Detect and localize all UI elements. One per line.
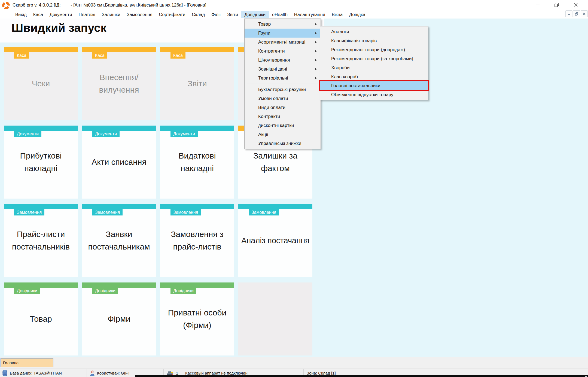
status-database: База даних: TASA3@TITAN (2, 369, 62, 377)
tab-home[interactable]: Головна (1, 358, 53, 367)
tile-category-badge: Каса (14, 52, 29, 59)
status-zone-label: Зона: Склад [1] (307, 371, 336, 375)
mdi-minimize-button[interactable] (565, 10, 572, 17)
submenu-item-dispensing-restrictions[interactable]: Обмеження відпустки товару (320, 90, 428, 99)
submenu-item-goods-classification[interactable]: Класифікація товарів (320, 36, 428, 45)
dropdown-item-external-data[interactable]: Зовнішні дані (245, 65, 321, 74)
tile-category-badge: Документи (170, 131, 198, 137)
menubar-item-settings[interactable]: Налаштування (291, 11, 328, 18)
app-logo-icon (2, 2, 10, 9)
dropdown-item-label: Контракти (258, 114, 280, 119)
menubar-item-documents[interactable]: Документи (46, 11, 75, 18)
menubar-item-reports[interactable]: Звіти (224, 11, 241, 18)
dropdown-item-label: Територіальні (258, 75, 288, 81)
tile-writeoff-acts[interactable]: Документи Акти списання (82, 126, 156, 199)
menubar-item-cash[interactable]: Каса (30, 11, 46, 18)
page-title: Швидкий запуск (11, 21, 106, 35)
dropdown-item-counterparties[interactable]: Контрагенти (245, 47, 321, 56)
window-title: Скарб pro v. 4.0.0.2 [ІД: - [Апт №003 см… (13, 2, 206, 8)
dropdown-item-pricing[interactable]: Ціноутворення (245, 56, 321, 65)
app-window: Скарб pro v. 4.0.0.2 [ІД: - [Апт №003 см… (0, 0, 588, 377)
submenu-item-diseases[interactable]: Хвороби (320, 63, 428, 72)
dropdown-item-contracts[interactable]: Контракти (245, 112, 321, 121)
menubar-item-help[interactable]: Довідка (346, 11, 368, 18)
tile-category-bar (4, 282, 78, 288)
dropdown-item-assortment-matrices[interactable]: Асортиментні матриці (245, 38, 321, 47)
dropdown-item-label: Ціноутворення (258, 57, 290, 63)
tile-orders-from-pricelists[interactable]: Замовлення Замовлення з прайс-листів (160, 204, 234, 277)
database-icon (2, 370, 8, 376)
window-restore-button[interactable] (550, 1, 563, 9)
menubar-item-ehealth[interactable]: eHealth (269, 11, 291, 18)
tile-label: Приватні особи (Фірми) (162, 306, 232, 332)
tile-checks[interactable]: Каса Чеки (4, 47, 78, 120)
groups-submenu: Аналоги Класифікація товарів Рекомендова… (320, 26, 428, 100)
submenu-item-recommended-by-disease[interactable]: Рекомендовані товари (за хворобами) (320, 54, 428, 63)
tile-supplier-pricelists[interactable]: Замовлення Прайс-листи постачальників (4, 204, 78, 277)
tile-income-invoices[interactable]: Документи Прибуткові накладні (4, 126, 78, 199)
menubar-item-directories[interactable]: Довідники (241, 11, 269, 18)
tile-supplier-requests[interactable]: Замовлення Заявки постачальникам (82, 204, 156, 277)
tile-label: Фірми (84, 313, 154, 325)
menubar-item-exit[interactable]: Вихід (12, 11, 30, 18)
menubar-item-windows[interactable]: Вікна (328, 11, 346, 18)
tile-category-badge: Документи (14, 131, 41, 137)
menu-bar: Вихід Каса Документи Платежі Залишки Зам… (0, 11, 588, 19)
tile-expense-invoices[interactable]: Документи Видаткові накладні (160, 126, 234, 199)
submenu-item-label: Рекомендовані товари (за хворобами) (331, 56, 413, 61)
menubar-item-certificates[interactable]: Сертифікати (156, 11, 188, 18)
submenu-item-label: Головні постачальники (331, 83, 380, 88)
tile-category-badge: Замовлення (92, 209, 123, 215)
tile-label: Акти списання (84, 156, 154, 168)
status-user-label: Користувач: GIFT (97, 371, 130, 375)
dropdown-item-accounting-accounts[interactable]: Бухгалтерські рахунки (245, 85, 321, 94)
submenu-item-analogs[interactable]: Аналоги (320, 27, 428, 36)
tile-label: Прибуткові накладні (6, 150, 76, 175)
dropdown-item-discount-cards[interactable]: дисконтні картки (245, 121, 321, 130)
window-minimize-button[interactable] (531, 1, 544, 9)
tile-label: Товар (6, 313, 76, 325)
submenu-item-recommended-upsell[interactable]: Рекомендовані товари (допродаж) (320, 45, 428, 54)
tile-cash-reports[interactable]: Каса Звіти (160, 47, 234, 120)
menubar-item-warehouse[interactable]: Склад (189, 11, 208, 18)
dropdown-item-goods[interactable]: Товар (245, 20, 321, 29)
tile-category-badge: Довідники (92, 288, 118, 294)
mdi-restore-button[interactable] (573, 10, 580, 17)
submenu-item-label: Класифікація товарів (331, 38, 377, 43)
tile-category-badge: Довідники (14, 288, 40, 294)
dropdown-item-payment-types[interactable]: Види оплати (245, 103, 321, 112)
tile-category-bar (4, 126, 78, 131)
submenu-item-disease-class[interactable]: Клас хвороб (320, 72, 428, 81)
menubar-item-stock[interactable]: Залишки (99, 11, 124, 18)
menubar-item-payments[interactable]: Платежі (75, 11, 98, 18)
tile-private-persons[interactable]: Довідники Приватні особи (Фірми) (160, 282, 234, 355)
submenu-item-label: Рекомендовані товари (допродаж) (331, 47, 405, 52)
tile-goods[interactable]: Довідники Товар (4, 282, 78, 355)
mdi-window-controls (565, 10, 588, 17)
dropdown-item-label: Бухгалтерські рахунки (258, 87, 306, 92)
status-database-label: База даних: TASA3@TITAN (10, 371, 62, 375)
tile-supply-analysis[interactable]: Замовлення Аналіз постачання (238, 204, 312, 277)
dropdown-item-payment-terms[interactable]: Умови оплати (245, 94, 321, 103)
tile-category-bar (238, 204, 312, 209)
menu-items: Вихід Каса Документи Платежі Залишки Зам… (12, 11, 368, 19)
dropdown-item-promotions[interactable]: Акції (245, 130, 321, 139)
dropdown-item-label: Асортиментні матриці (258, 39, 305, 45)
mdi-close-button[interactable] (581, 10, 588, 17)
menubar-item-branches[interactable]: Філії (208, 11, 224, 18)
tile-category-bar (160, 47, 234, 52)
tile-firms[interactable]: Довідники Фірми (82, 282, 156, 355)
menubar-item-orders[interactable]: Замовлення (123, 11, 156, 18)
submenu-item-main-suppliers[interactable]: Головні постачальники (320, 81, 428, 90)
dropdown-item-groups[interactable]: Групи (245, 29, 321, 38)
tile-category-bar (82, 47, 156, 52)
dropdown-item-management-discounts[interactable]: Управлінські знижки (245, 139, 321, 148)
submenu-arrow-icon (315, 50, 317, 53)
window-close-button[interactable] (569, 1, 582, 9)
submenu-item-label: Обмеження відпустки товару (331, 92, 393, 97)
dropdown-item-label: Умови оплати (258, 96, 288, 101)
tile-cash-in-out[interactable]: Каса Внесення/вилучення (82, 47, 156, 120)
dropdown-item-label: дисконтні картки (258, 123, 294, 128)
bottom-bar: Головна База даних: TASA3@TITAN Користув… (0, 357, 588, 377)
dropdown-item-territorial[interactable]: Територіальні (245, 74, 321, 83)
